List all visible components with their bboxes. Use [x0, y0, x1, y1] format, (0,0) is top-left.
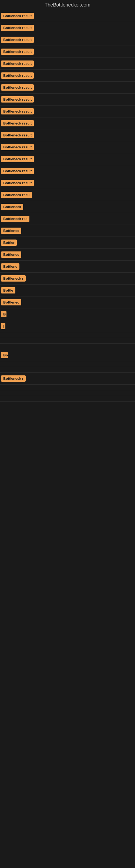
list-item: Bottleneck result: [0, 105, 135, 118]
list-item: Bottleneck res: [0, 213, 135, 225]
list-item: [0, 332, 135, 338]
bottleneck-badge[interactable]: Bottlenec: [1, 299, 21, 305]
bottleneck-badge[interactable]: Bottleneck result: [1, 25, 34, 31]
list-item: [0, 384, 135, 390]
bottleneck-badge[interactable]: Bo: [1, 352, 8, 358]
bottleneck-badge[interactable]: Bottleneck result: [1, 132, 34, 138]
site-title: TheBottlenecker.com: [0, 0, 135, 10]
list-item: Bottleneck result: [0, 22, 135, 34]
bottleneck-badge[interactable]: Bottleneck result: [1, 13, 34, 19]
bottleneck-badge[interactable]: Bottlene: [1, 264, 19, 270]
bottleneck-badge[interactable]: Bottleneck result: [1, 72, 34, 79]
list-item: Bottleneck result: [0, 58, 135, 70]
list-item: [0, 367, 135, 373]
bottleneck-badge[interactable]: Bottleneck result: [1, 120, 34, 126]
list-item: Bottleneck result: [0, 82, 135, 94]
bottleneck-badge[interactable]: Bottleneck r: [1, 275, 26, 282]
list-item: Bottleneck result: [0, 177, 135, 189]
list-item: [0, 390, 135, 396]
bottleneck-badge[interactable]: Bottleneck resu: [1, 192, 32, 198]
list-item: [0, 361, 135, 367]
list-item: Bottleneck result: [0, 70, 135, 82]
bottleneck-badge[interactable]: Bottleneck result: [1, 61, 34, 67]
bottleneck-badge[interactable]: Bottleneck result: [1, 156, 34, 162]
bottleneck-badge[interactable]: |: [1, 323, 5, 329]
list-item: Bottlenec: [0, 249, 135, 261]
list-item: Bottleneck resu: [0, 189, 135, 201]
list-item: [0, 344, 135, 349]
list-item: Bottleneck result: [0, 153, 135, 165]
bottleneck-badge[interactable]: Bottleneck result: [1, 108, 34, 115]
list-item: Bottleneck result: [0, 141, 135, 153]
list-item: Bottleneck r: [0, 373, 135, 384]
list-item: Bottlenec: [0, 297, 135, 308]
bottleneck-badge[interactable]: Bottleneck res: [1, 216, 30, 222]
list-item: |: [0, 320, 135, 332]
list-item: Bottleneck result: [0, 10, 135, 22]
bottleneck-badge[interactable]: Bottleneck result: [1, 84, 34, 91]
list-item: Bottleneck: [0, 201, 135, 213]
bottleneck-badge[interactable]: Bottleneck result: [1, 168, 34, 174]
list-item: Bottleneck result: [0, 129, 135, 141]
bottleneck-badge[interactable]: Bottle: [1, 287, 15, 293]
list-item: Bottleneck r: [0, 273, 135, 284]
bottleneck-badge[interactable]: Bottleneck result: [1, 49, 34, 55]
list-item: Bottleneck result: [0, 46, 135, 58]
bottleneck-badge[interactable]: Bottleneck result: [1, 96, 34, 102]
bottleneck-badge[interactable]: Bottleneck result: [1, 144, 34, 150]
bottleneck-badge[interactable]: Bottleneck: [1, 204, 23, 210]
list-item: B: [0, 308, 135, 320]
bottleneck-badge[interactable]: Bottleneck result: [1, 37, 34, 43]
bottleneck-badge[interactable]: Bottlenec: [1, 251, 21, 258]
list-item: Bottleneck result: [0, 118, 135, 129]
list-item: Bottleneck result: [0, 165, 135, 177]
list-item: Bottlenec: [0, 225, 135, 237]
list-item: Bo: [0, 349, 135, 361]
list-item: Bottler: [0, 237, 135, 249]
bottleneck-badge[interactable]: Bottleneck result: [1, 180, 34, 186]
list-item: Bottlene: [0, 261, 135, 273]
list-item: Bottle: [0, 284, 135, 297]
list-item: [0, 396, 135, 402]
list-item: [0, 338, 135, 344]
bottleneck-badge[interactable]: Bottleneck r: [1, 375, 26, 382]
bottleneck-badge[interactable]: Bottler: [1, 240, 17, 246]
list-item: Bottleneck result: [0, 34, 135, 46]
bottleneck-badge[interactable]: B: [1, 311, 6, 317]
site-title-text: TheBottlenecker.com: [45, 2, 90, 8]
list-item: Bottleneck result: [0, 94, 135, 105]
bottleneck-badge[interactable]: Bottlenec: [1, 227, 21, 234]
